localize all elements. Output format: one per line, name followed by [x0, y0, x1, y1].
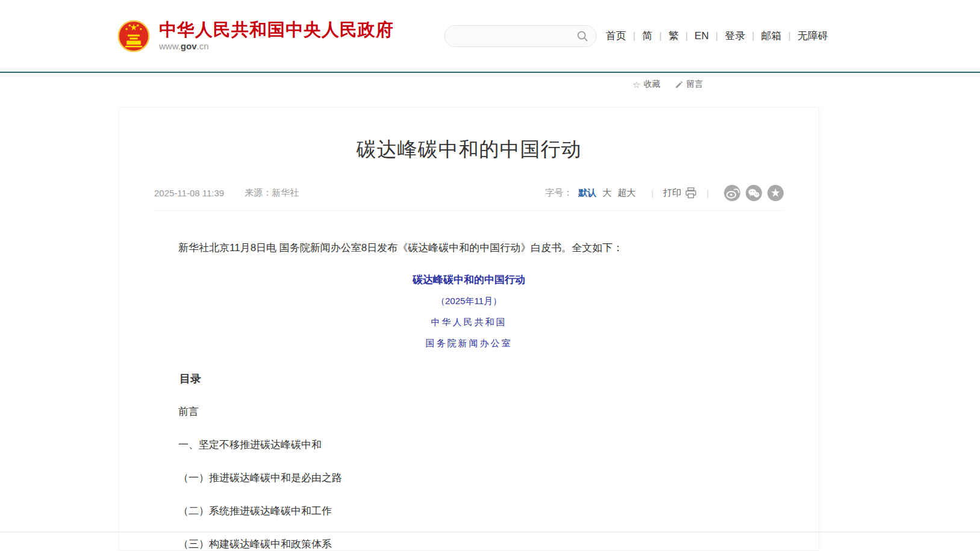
- star-outline-icon: ☆: [632, 80, 640, 89]
- message-button[interactable]: 留言: [675, 79, 703, 90]
- document-title: 碳达峰碳中和的中国行动: [119, 273, 819, 287]
- printer-icon: [685, 187, 697, 199]
- document-date-line: （2025年11月）: [119, 296, 819, 307]
- font-size-label: 字号：: [545, 187, 572, 199]
- toc-item: 一、坚定不移推进碳达峰碳中和: [119, 437, 819, 454]
- search-box: [445, 25, 596, 47]
- weibo-share-icon[interactable]: [724, 185, 740, 201]
- site-title: 中华人民共和国中央人民政府: [159, 20, 394, 40]
- source: 来源：新华社: [245, 187, 299, 199]
- nav-simplified[interactable]: 简: [626, 29, 652, 43]
- nav-login[interactable]: 登录: [709, 29, 745, 43]
- search-icon[interactable]: [576, 30, 588, 42]
- page-divider: [0, 532, 980, 532]
- meta-divider: [707, 188, 709, 198]
- article-meta-bar: 2025-11-08 11:39 来源：新华社 字号： 默认 大 超大 打印: [154, 185, 784, 211]
- toc-item: （一）推进碳达峰碳中和是必由之路: [119, 470, 819, 487]
- national-emblem-icon: [117, 20, 150, 52]
- toc-item: 前言: [119, 403, 819, 421]
- article-title: 碳达峰碳中和的中国行动: [119, 136, 819, 163]
- favorite-button[interactable]: ☆ 收藏: [632, 79, 660, 90]
- nav-traditional[interactable]: 繁: [652, 29, 678, 43]
- favorite-label: 收藏: [643, 79, 660, 90]
- site-url[interactable]: www.gov.cn: [159, 41, 394, 51]
- page-tools: ☆ 收藏 留言: [632, 79, 703, 90]
- pen-icon: [675, 79, 683, 89]
- document-author-line-1: 中华人民共和国: [119, 317, 819, 328]
- nav-accessibility[interactable]: 无障碍: [782, 29, 828, 43]
- font-size-large-button[interactable]: 大: [602, 187, 611, 199]
- article-card: 碳达峰碳中和的中国行动 2025-11-08 11:39 来源：新华社 字号： …: [119, 107, 819, 551]
- nav-mail[interactable]: 邮箱: [745, 29, 781, 43]
- site-brand[interactable]: 中华人民共和国中央人民政府 www.gov.cn: [117, 20, 394, 52]
- print-button[interactable]: 打印: [663, 187, 697, 199]
- toc-item: （三）构建碳达峰碳中和政策体系: [119, 536, 819, 551]
- nav-english[interactable]: EN: [679, 30, 709, 42]
- document-author-line-2: 国务院新闻办公室: [119, 338, 819, 349]
- wechat-share-icon[interactable]: [746, 185, 762, 201]
- star-share-icon[interactable]: [767, 185, 784, 201]
- site-header: 中华人民共和国中央人民政府 www.gov.cn 首页 简 繁 EN 登录: [0, 0, 980, 73]
- font-size-xlarge-button[interactable]: 超大: [617, 187, 635, 199]
- print-label: 打印: [663, 187, 681, 199]
- nav-home[interactable]: 首页: [606, 29, 626, 43]
- top-nav: 首页 简 繁 EN 登录 邮箱 无障碍: [606, 29, 828, 43]
- message-label: 留言: [686, 79, 703, 90]
- toc-heading: 目录: [119, 370, 819, 388]
- publish-date: 2025-11-08 11:39: [154, 188, 224, 198]
- toc-item: （二）系统推进碳达峰碳中和工作: [119, 503, 819, 520]
- search-input[interactable]: [452, 31, 576, 42]
- lead-paragraph: 新华社北京11月8日电 国务院新闻办公室8日发布《碳达峰碳中和的中国行动》白皮书…: [119, 240, 819, 257]
- meta-divider: [651, 188, 654, 198]
- font-size-default-button[interactable]: 默认: [578, 187, 596, 199]
